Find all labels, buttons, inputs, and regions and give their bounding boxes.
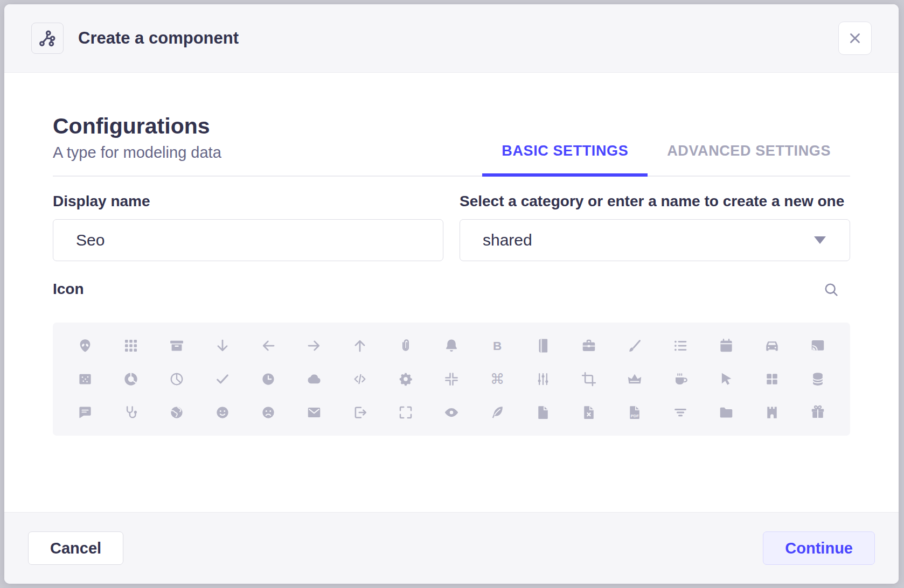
icon-option-connector[interactable] <box>520 362 566 396</box>
icon-picker-head: Icon <box>53 281 850 298</box>
icon-option-doctor[interactable] <box>108 396 154 429</box>
icon-option-feather[interactable] <box>474 396 520 429</box>
icon-option-bullet-list[interactable] <box>657 329 703 362</box>
close-button[interactable] <box>838 22 872 55</box>
display-name-field-group: Display name <box>53 193 443 261</box>
svg-text:PDF: PDF <box>631 414 639 418</box>
section-title: Configurations <box>53 114 221 139</box>
icon-option-apps[interactable] <box>108 329 154 362</box>
icon-option-chart-circle[interactable] <box>108 362 154 396</box>
component-icon <box>38 29 57 48</box>
search-icon <box>823 281 839 298</box>
icon-option-attachment[interactable] <box>383 329 429 362</box>
icon-picker-label: Icon <box>53 281 84 298</box>
icon-option-brush[interactable] <box>611 329 657 362</box>
modal-title: Create a component <box>78 29 239 48</box>
icon-option-dashboard[interactable] <box>749 362 795 396</box>
icon-grid: B⌘PDF <box>62 329 840 429</box>
icon-option-collapse[interactable] <box>429 362 475 396</box>
icon-option-chart-bubble[interactable] <box>62 362 108 396</box>
section-titles: Configurations A type for modeling data <box>53 114 221 176</box>
close-icon <box>847 30 863 46</box>
icon-option-archive[interactable] <box>154 329 200 362</box>
svg-text:B: B <box>493 339 502 353</box>
icon-option-crop[interactable] <box>566 362 611 396</box>
icon-option-file-error[interactable] <box>566 396 611 429</box>
create-component-modal: Create a component Configurations A type… <box>4 4 899 584</box>
section-head-row: Configurations A type for modeling data … <box>53 114 850 177</box>
cancel-button[interactable]: Cancel <box>28 531 123 565</box>
icon-option-exit[interactable] <box>337 396 383 429</box>
settings-tabs: BASIC SETTINGS ADVANCED SETTINGS <box>482 143 850 176</box>
category-label: Select a category or enter a name to cre… <box>460 193 850 210</box>
icon-option-filter[interactable] <box>657 396 703 429</box>
icon-option-expand[interactable] <box>383 396 429 429</box>
icon-option-emotion-happy[interactable] <box>200 396 246 429</box>
section-subtitle: A type for modeling data <box>53 144 221 176</box>
icon-option-gift[interactable] <box>795 396 840 429</box>
icon-option-car[interactable] <box>749 329 795 362</box>
icon-option-briefcase[interactable] <box>566 329 611 362</box>
category-field-group: Select a category or enter a name to cre… <box>460 193 850 261</box>
modal-body: Configurations A type for modeling data … <box>4 73 899 512</box>
icon-option-cup[interactable] <box>657 362 703 396</box>
icon-option-arrow-left[interactable] <box>246 329 291 362</box>
chevron-down-icon <box>814 236 826 244</box>
tab-advanced-settings[interactable]: ADVANCED SETTINGS <box>648 143 850 176</box>
icon-option-gate[interactable] <box>749 396 795 429</box>
fields-row: Display name Select a category or enter … <box>53 193 850 261</box>
modal-header: Create a component <box>4 4 899 73</box>
icon-search-button[interactable] <box>823 281 839 298</box>
tab-basic-settings[interactable]: BASIC SETTINGS <box>482 143 648 176</box>
icon-option-clock[interactable] <box>246 362 291 396</box>
icon-option-envelop[interactable] <box>291 396 337 429</box>
category-select[interactable]: shared <box>460 219 850 261</box>
icon-option-bell[interactable] <box>429 329 475 362</box>
icon-option-alien[interactable] <box>62 329 108 362</box>
icon-picker-box: B⌘PDF <box>53 323 850 436</box>
svg-text:⌘: ⌘ <box>490 371 504 387</box>
icon-option-database[interactable] <box>795 362 840 396</box>
icon-option-folder[interactable] <box>703 396 749 429</box>
icon-option-check[interactable] <box>200 362 246 396</box>
modal-footer: Cancel Continue <box>4 512 899 584</box>
category-select-value: shared <box>483 231 532 249</box>
modal-backdrop: Create a component Configurations A type… <box>0 0 904 588</box>
icon-option-code[interactable] <box>337 362 383 396</box>
icon-option-book[interactable] <box>520 329 566 362</box>
icon-option-arrow-up[interactable] <box>337 329 383 362</box>
icon-option-calendar[interactable] <box>703 329 749 362</box>
icon-option-file-pdf[interactable]: PDF <box>611 396 657 429</box>
icon-option-cursor[interactable] <box>703 362 749 396</box>
icon-option-command[interactable]: ⌘ <box>474 362 520 396</box>
icon-option-arrow-right[interactable] <box>291 329 337 362</box>
icon-option-emotion-unhappy[interactable] <box>246 396 291 429</box>
icon-option-bold[interactable]: B <box>474 329 520 362</box>
icon-option-crown[interactable] <box>611 362 657 396</box>
icon-option-discuss[interactable] <box>62 396 108 429</box>
icon-option-cog[interactable] <box>383 362 429 396</box>
display-name-label: Display name <box>53 193 443 210</box>
icon-option-chart-pie[interactable] <box>154 362 200 396</box>
display-name-input[interactable] <box>53 219 443 261</box>
component-icon-box <box>31 23 64 54</box>
continue-button[interactable]: Continue <box>763 531 875 565</box>
icon-option-file[interactable] <box>520 396 566 429</box>
icon-option-cast[interactable] <box>795 329 840 362</box>
icon-option-eye[interactable] <box>429 396 475 429</box>
icon-option-cloud[interactable] <box>291 362 337 396</box>
icon-option-arrow-down[interactable] <box>200 329 246 362</box>
icon-option-earth[interactable] <box>154 396 200 429</box>
